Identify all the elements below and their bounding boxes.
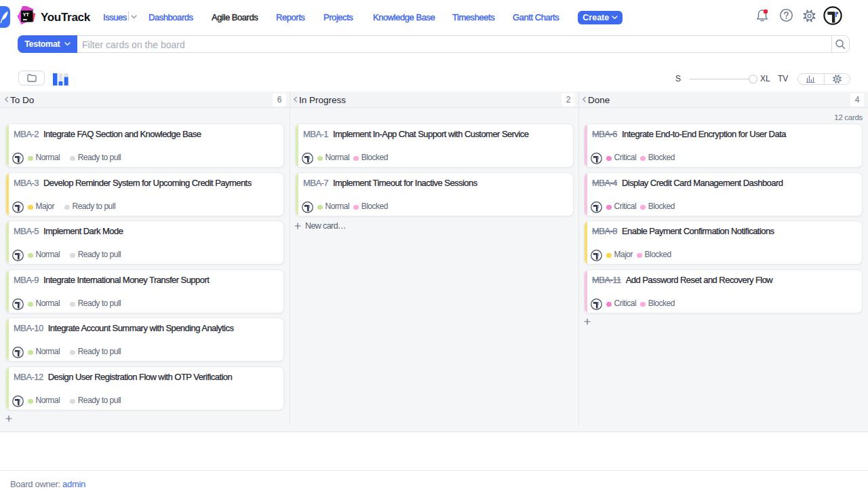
svg-text:YT: YT	[23, 12, 30, 18]
